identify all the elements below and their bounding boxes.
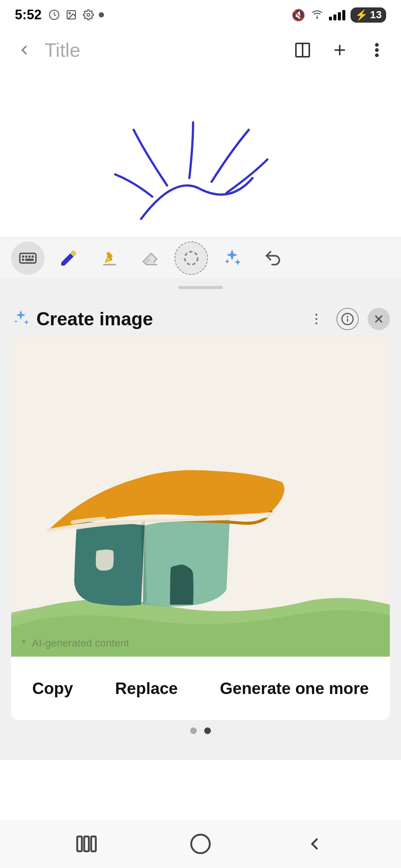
svg-point-3 (87, 13, 90, 16)
keyboard-tool-button[interactable] (11, 241, 45, 275)
add-button[interactable] (327, 37, 353, 63)
back-button[interactable] (11, 37, 37, 63)
svg-point-21 (316, 314, 317, 316)
status-time-group: 5:52 (15, 7, 104, 23)
pagination-dot-2 (204, 727, 211, 734)
svg-point-10 (376, 49, 378, 51)
svg-rect-35 (91, 836, 96, 851)
drag-handle[interactable] (0, 278, 401, 297)
panel-header-actions (305, 308, 390, 330)
recents-button[interactable] (72, 829, 101, 859)
drawing-toolbar (0, 237, 401, 278)
battery-indicator: ⚡ 13 (351, 7, 386, 23)
create-image-sparkle-icon (11, 309, 30, 329)
generated-image-container: AI-generated content Copy Replace Genera… (11, 338, 390, 720)
phone-icon (48, 8, 61, 22)
action-buttons-row: Copy Replace Generate one more (11, 657, 390, 720)
system-back-button[interactable] (300, 829, 329, 859)
svg-rect-12 (20, 253, 36, 263)
status-bar: 5:52 (0, 0, 401, 30)
panel-title-text: Create image (36, 308, 153, 330)
svg-point-20 (185, 251, 198, 264)
ai-watermark: AI-generated content (19, 637, 129, 649)
panel-info-button[interactable] (336, 308, 359, 330)
wifi-icon (310, 9, 324, 21)
time-display: 5:52 (15, 7, 42, 23)
svg-point-2 (69, 13, 71, 14)
more-options-button[interactable] (364, 37, 390, 63)
highlighter-tool-button[interactable] (93, 241, 126, 275)
image-icon (65, 8, 78, 22)
svg-point-36 (191, 835, 210, 853)
generate-more-button[interactable]: Generate one more (209, 672, 380, 705)
settings-icon (82, 8, 95, 22)
replace-button[interactable]: Replace (104, 672, 189, 705)
pagination-dots (11, 720, 390, 742)
battery-bolt: ⚡ (355, 9, 368, 21)
generated-image: AI-generated content (11, 338, 390, 657)
top-nav: Title (0, 30, 401, 70)
status-dot (99, 12, 104, 17)
ai-watermark-text: AI-generated content (32, 637, 129, 649)
mute-icon: 🔇 (291, 9, 305, 22)
drawing-canvas-svg (0, 70, 401, 237)
panel-more-options-button[interactable] (305, 308, 327, 330)
nav-left: Title (11, 37, 80, 63)
lasso-tool-button[interactable] (175, 241, 208, 275)
svg-point-23 (316, 322, 317, 324)
undo-button[interactable] (256, 241, 290, 275)
svg-point-22 (316, 318, 317, 320)
bottom-navigation (0, 820, 401, 868)
eraser-tool-button[interactable] (134, 241, 167, 275)
drawing-canvas-area[interactable] (0, 70, 401, 237)
page-title: Title (45, 39, 80, 61)
create-image-panel: Create image (0, 297, 401, 760)
panel-title-group: Create image (11, 308, 153, 330)
status-right-icons: 🔇 ⚡ 13 (291, 7, 386, 23)
split-view-button[interactable] (290, 37, 316, 63)
house-illustration-svg (11, 338, 390, 657)
battery-level: 13 (370, 9, 382, 21)
home-button[interactable] (186, 829, 215, 859)
pagination-dot-1 (190, 727, 197, 734)
svg-point-4 (317, 17, 318, 19)
panel-close-button[interactable] (368, 308, 390, 330)
svg-point-9 (376, 44, 378, 46)
svg-point-11 (376, 54, 378, 56)
panel-header: Create image (11, 297, 390, 338)
nav-right (290, 37, 390, 63)
svg-rect-34 (84, 836, 89, 851)
ai-sparkle-tool-button[interactable] (215, 241, 249, 275)
copy-button[interactable]: Copy (21, 672, 84, 705)
drag-bar (178, 286, 223, 289)
signal-bars (329, 9, 345, 20)
pen-tool-button[interactable] (52, 241, 85, 275)
svg-rect-33 (77, 836, 82, 851)
status-left-icons (48, 8, 104, 22)
